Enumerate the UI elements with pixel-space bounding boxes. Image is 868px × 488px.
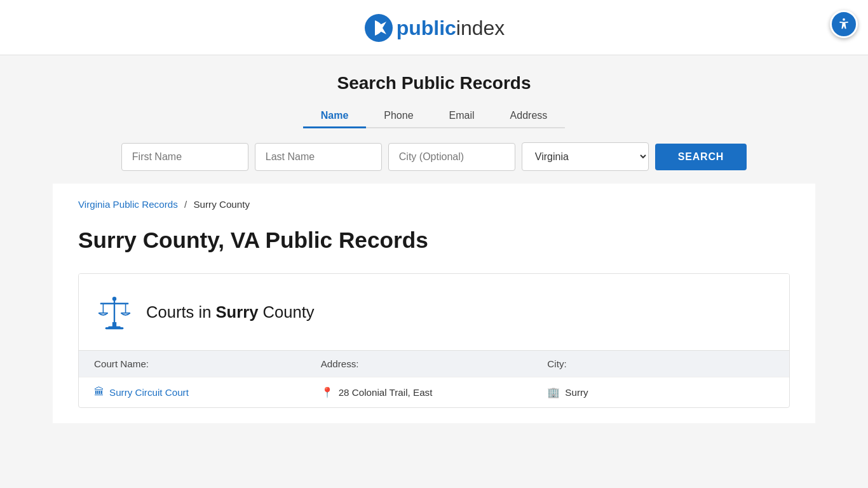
tab-name[interactable]: Name <box>303 105 367 128</box>
courts-heading-county: Surry <box>216 303 259 321</box>
court-name-link[interactable]: Surry Circuit Court <box>109 387 189 398</box>
breadcrumb-current: Surry County <box>193 199 250 210</box>
first-name-input[interactable] <box>121 143 248 171</box>
courts-heading: Courts in Surry County <box>146 303 315 322</box>
tab-email[interactable]: Email <box>431 105 492 128</box>
scales-of-justice-icon <box>94 292 135 332</box>
search-tabs: Name Phone Email Address <box>303 105 566 128</box>
courts-heading-post: County <box>258 303 314 321</box>
logo-text-public: public <box>397 17 456 40</box>
breadcrumb: Virginia Public Records / Surry County <box>78 199 790 210</box>
location-pin-icon: 📍 <box>321 386 334 398</box>
col-header-court-name: Court Name: <box>94 358 321 369</box>
svg-point-6 <box>112 297 116 301</box>
accessibility-button[interactable] <box>830 10 858 38</box>
page-title: Surry County, VA Public Records <box>78 227 790 253</box>
search-title: Search Public Records <box>13 73 855 93</box>
courts-header: Courts in Surry County <box>79 274 789 350</box>
tab-address[interactable]: Address <box>492 105 566 128</box>
court-address-text: 28 Colonial Trail, East <box>339 387 433 398</box>
header: publicindex <box>0 0 868 55</box>
logo-area: publicindex <box>0 13 868 43</box>
svg-rect-4 <box>114 299 115 323</box>
svg-point-0 <box>843 18 845 21</box>
breadcrumb-link[interactable]: Virginia Public Records <box>78 199 178 210</box>
courts-heading-pre: Courts in <box>146 303 216 321</box>
main-content: Virginia Public Records / Surry County S… <box>53 184 815 423</box>
logo-icon <box>363 13 394 43</box>
court-city-text: Surry <box>565 387 588 398</box>
table-row: 🏛 Surry Circuit Court 📍 28 Colonial Trai… <box>79 377 789 407</box>
court-building-icon: 🏛 <box>94 386 104 398</box>
logo-text-index: index <box>456 17 505 40</box>
search-section: Search Public Records Name Phone Email A… <box>0 55 868 184</box>
col-header-city: City: <box>547 358 774 369</box>
search-button[interactable]: SEARCH <box>655 144 747 170</box>
last-name-input[interactable] <box>255 143 382 171</box>
city-building-icon: 🏢 <box>547 386 560 398</box>
cell-court-name: 🏛 Surry Circuit Court <box>94 386 321 398</box>
svg-rect-5 <box>100 303 129 304</box>
col-header-address: Address: <box>321 358 548 369</box>
accessibility-icon <box>837 17 851 31</box>
breadcrumb-separator: / <box>184 199 187 210</box>
courts-section: Courts in Surry County Court Name: Addre… <box>78 273 790 408</box>
city-input[interactable] <box>388 143 515 171</box>
search-form: Virginia Alabama Alaska Arizona Arkansas… <box>53 142 815 171</box>
svg-rect-11 <box>108 326 120 327</box>
tab-phone[interactable]: Phone <box>366 105 431 128</box>
cell-city: 🏢 Surry <box>547 386 774 398</box>
cell-address: 📍 28 Colonial Trail, East <box>321 386 548 398</box>
courts-table-header: Court Name: Address: City: <box>79 350 789 377</box>
state-select[interactable]: Virginia Alabama Alaska Arizona Arkansas… <box>522 142 649 171</box>
